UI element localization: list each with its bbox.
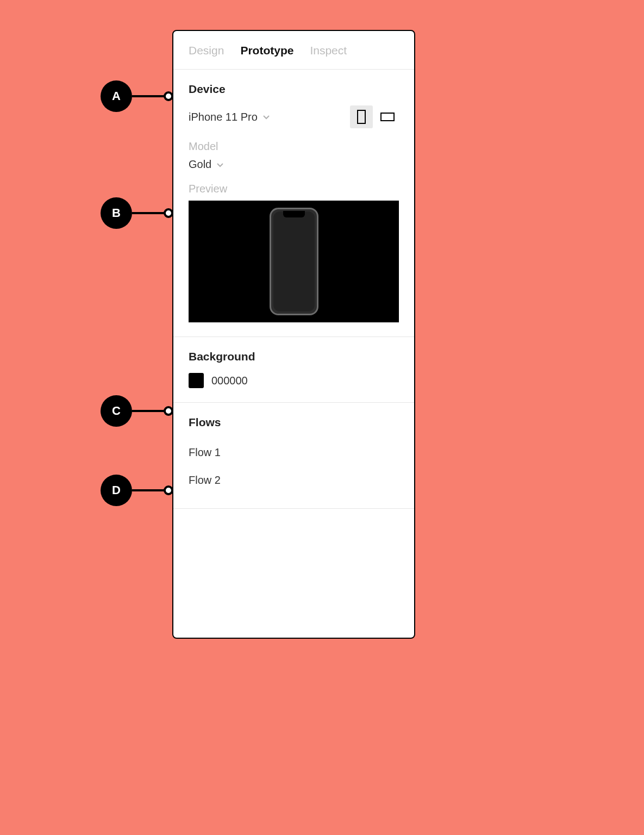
- flow-item[interactable]: Flow 1: [189, 439, 399, 466]
- background-color-row[interactable]: 000000: [189, 373, 399, 388]
- model-dropdown-label: Gold: [189, 158, 211, 171]
- callout-line: [132, 489, 165, 491]
- orientation-portrait-button[interactable]: [350, 105, 373, 128]
- chevron-down-icon: [262, 113, 271, 121]
- model-dropdown[interactable]: Gold: [189, 158, 224, 171]
- phone-mockup-icon: [270, 208, 318, 315]
- callout-c: C: [101, 395, 173, 427]
- callout-b: B: [101, 197, 173, 229]
- landscape-icon: [380, 113, 395, 121]
- prototype-settings-panel: Design Prototype Inspect Device iPhone 1…: [172, 30, 415, 639]
- callout-dot: [164, 406, 173, 416]
- chevron-down-icon: [216, 160, 224, 169]
- model-block: Model Gold: [189, 140, 399, 171]
- device-row: iPhone 11 Pro: [189, 105, 399, 128]
- background-hex-value[interactable]: 000000: [211, 375, 248, 387]
- background-section-title: Background: [189, 350, 399, 363]
- color-swatch[interactable]: [189, 373, 204, 388]
- device-section: Device iPhone 11 Pro Model Gold: [173, 70, 414, 337]
- background-section: Background 000000: [173, 337, 414, 403]
- callout-line: [132, 410, 165, 412]
- callout-badge: C: [101, 395, 132, 427]
- device-dropdown-label: iPhone 11 Pro: [189, 111, 258, 123]
- orientation-toggle: [350, 105, 399, 128]
- flows-section: Flows Flow 1 Flow 2: [173, 403, 414, 509]
- callout-badge: B: [101, 197, 132, 229]
- callout-line: [132, 212, 165, 214]
- tab-design[interactable]: Design: [189, 44, 224, 57]
- callout-dot: [164, 91, 173, 101]
- tab-prototype[interactable]: Prototype: [240, 44, 293, 57]
- callout-badge: A: [101, 80, 132, 112]
- callout-line: [132, 95, 165, 97]
- device-section-title: Device: [189, 83, 399, 96]
- tab-bar: Design Prototype Inspect: [173, 31, 414, 70]
- portrait-icon: [357, 110, 366, 124]
- device-dropdown[interactable]: iPhone 11 Pro: [189, 111, 271, 123]
- flow-item[interactable]: Flow 2: [189, 466, 399, 494]
- callout-dot: [164, 485, 173, 495]
- orientation-landscape-button[interactable]: [376, 105, 399, 128]
- preview-label: Preview: [189, 183, 399, 195]
- model-label: Model: [189, 140, 399, 153]
- callout-a: A: [101, 80, 173, 112]
- callout-badge: D: [101, 475, 132, 506]
- flows-section-title: Flows: [189, 416, 399, 429]
- callout-d: D: [101, 475, 173, 506]
- device-preview: [189, 201, 399, 322]
- tab-inspect[interactable]: Inspect: [310, 44, 347, 57]
- callout-dot: [164, 208, 173, 218]
